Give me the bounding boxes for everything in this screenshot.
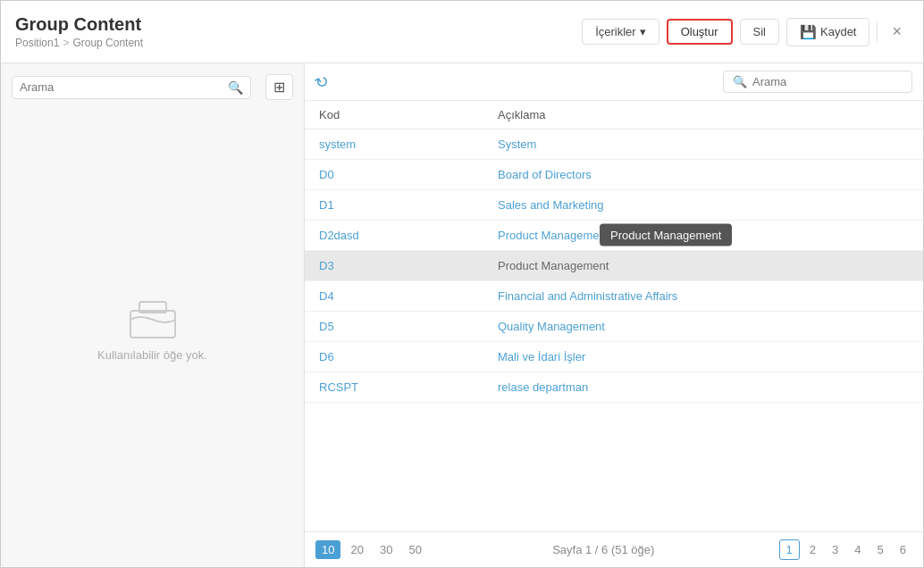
breadcrumb-current: Group Content xyxy=(72,37,143,49)
table-row[interactable]: D3Product Management xyxy=(305,251,923,281)
cell-aciklama: relase departman xyxy=(483,372,923,403)
cell-aciklama: System xyxy=(483,129,923,160)
col-header-kod: Kod xyxy=(305,101,483,129)
search-input[interactable] xyxy=(20,80,223,94)
page-number-controls: 123456 xyxy=(779,539,912,560)
save-icon: 💾 xyxy=(800,24,817,40)
table-row[interactable]: D1Sales and Marketing xyxy=(305,190,923,221)
page-number-button[interactable]: 1 xyxy=(779,539,800,560)
table-row[interactable]: D0Board of Directors xyxy=(305,160,923,190)
cell-kod: D0 xyxy=(305,160,483,190)
table-row[interactable]: RCSPTrelase departman xyxy=(305,372,923,403)
col-header-aciklama: Açıklama xyxy=(483,101,923,129)
cell-kod: D3 xyxy=(305,251,483,281)
empty-icon xyxy=(126,295,180,339)
olustur-button[interactable]: Oluştur xyxy=(667,19,733,45)
header-divider xyxy=(877,21,878,43)
right-search-icon: 🔍 xyxy=(733,75,747,88)
chevron-down-icon: ▾ xyxy=(640,25,646,38)
breadcrumb-root: Position1 xyxy=(15,37,59,49)
page-number-button[interactable]: 2 xyxy=(803,539,822,560)
left-panel: 🔍 ⊞ Kullanılabilir öğe yok. xyxy=(1,63,305,567)
cell-kod: system xyxy=(305,129,483,160)
cell-kod: D2dasd xyxy=(305,221,483,251)
page-number-button[interactable]: 5 xyxy=(871,539,890,560)
breadcrumb-separator: > xyxy=(63,37,69,49)
page-size-button[interactable]: 50 xyxy=(402,540,427,559)
right-panel: ↻ 🔍 Kod Açıklama system xyxy=(305,63,923,567)
refresh-icon: ↻ xyxy=(312,70,333,94)
right-toolbar: ↻ 🔍 xyxy=(305,63,923,101)
header-left: Group Content Position1 > Group Content xyxy=(15,14,143,49)
cell-aciklama: Product Management xyxy=(483,251,923,281)
header: Group Content Position1 > Group Content … xyxy=(1,1,923,63)
svg-rect-0 xyxy=(130,311,175,338)
cell-aciklama: Sales and Marketing xyxy=(483,190,923,221)
empty-text: Kullanılabilir öğe yok. xyxy=(97,348,207,362)
cell-aciklama: Quality Management xyxy=(483,312,923,342)
right-search-input[interactable] xyxy=(752,75,903,88)
table-wrapper: Kod Açıklama systemSystemD0Board of Dire… xyxy=(305,101,923,531)
cell-kod: D5 xyxy=(305,312,483,342)
page-info: Sayfa 1 / 6 (51 öğe) xyxy=(433,543,774,556)
search-icon-button[interactable]: 🔍 xyxy=(228,80,243,95)
page-size-button[interactable]: 10 xyxy=(315,540,340,559)
page-number-button[interactable]: 3 xyxy=(826,539,844,560)
kaydet-button[interactable]: 💾 Kaydet xyxy=(786,18,869,46)
page-size-button[interactable]: 20 xyxy=(344,540,369,559)
table-row[interactable]: systemSystem xyxy=(305,129,923,160)
left-search-bar[interactable]: 🔍 xyxy=(12,76,251,99)
main-area: 🔍 ⊞ Kullanılabilir öğe yok. ↻ xyxy=(1,63,923,567)
cell-aciklama: Product Management xyxy=(483,221,923,251)
table-row[interactable]: D5Quality Management xyxy=(305,312,923,342)
left-search-row: 🔍 ⊞ xyxy=(12,74,293,100)
cell-aciklama: Mali ve İdari İşler xyxy=(483,342,923,372)
page-size-controls: 10203050 xyxy=(315,540,428,559)
page-title: Group Content xyxy=(15,14,143,35)
empty-state: Kullanılabilir öğe yok. xyxy=(12,100,293,556)
refresh-button[interactable]: ↻ xyxy=(315,72,329,92)
pagination: 10203050 Sayfa 1 / 6 (51 öğe) 123456 xyxy=(305,531,923,567)
right-search-bar[interactable]: 🔍 xyxy=(723,71,912,93)
page-number-button[interactable]: 4 xyxy=(848,539,867,560)
icerikler-button[interactable]: İçerikler ▾ xyxy=(582,19,659,45)
table-row[interactable]: D2dasdProduct ManagementProduct Manageme… xyxy=(305,221,923,251)
cell-kod: RCSPT xyxy=(305,372,483,403)
table-row[interactable]: D4Financial and Administrative Affairs xyxy=(305,281,923,312)
cell-kod: D1 xyxy=(305,190,483,221)
breadcrumb: Position1 > Group Content xyxy=(15,37,143,49)
page-number-button[interactable]: 6 xyxy=(894,539,912,560)
table-row[interactable]: D6Mali ve İdari İşler xyxy=(305,342,923,372)
cell-kod: D6 xyxy=(305,342,483,372)
data-table: Kod Açıklama systemSystemD0Board of Dire… xyxy=(305,101,923,403)
close-button[interactable]: × xyxy=(885,19,909,45)
cell-kod: D4 xyxy=(305,281,483,312)
page-size-button[interactable]: 30 xyxy=(374,540,399,559)
cell-aciklama: Financial and Administrative Affairs xyxy=(483,281,923,312)
sil-button[interactable]: Sil xyxy=(740,19,779,45)
add-button[interactable]: ⊞ xyxy=(265,74,293,100)
header-actions: İçerikler ▾ Oluştur Sil 💾 Kaydet × xyxy=(582,18,909,46)
cell-aciklama: Board of Directors xyxy=(483,160,923,190)
